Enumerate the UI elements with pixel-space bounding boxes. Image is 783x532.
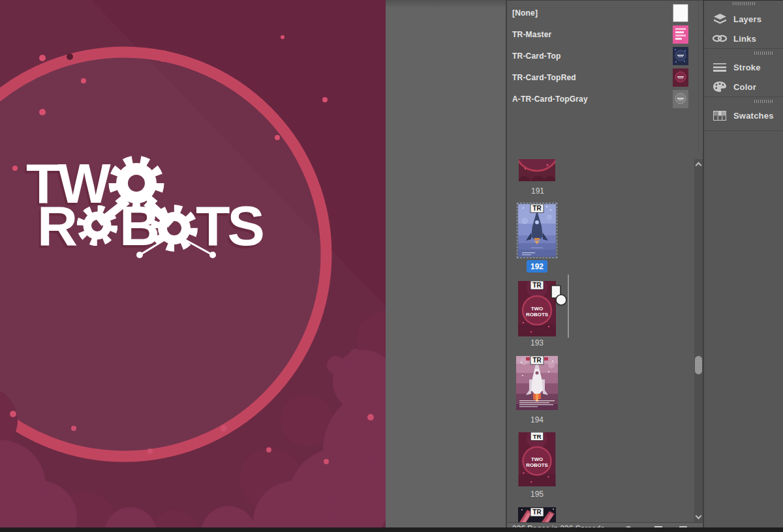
dock-group-separator: [704, 96, 783, 106]
page-thumb-196[interactable]: TR: [518, 507, 556, 522]
master-badge: TR: [532, 205, 542, 212]
logo-word2-ts: TS: [196, 194, 263, 257]
dock-tab-label: Swatches: [733, 111, 774, 121]
two-robots-artwork: TW R B TS: [0, 0, 386, 528]
master-row-tr-card-topred[interactable]: TR-Card-TopRed: [507, 66, 695, 88]
logo-word2-r: R: [37, 194, 78, 257]
masters-scroll-gutter: [698, 1, 699, 152]
page-thumb-194[interactable]: TR: [516, 356, 558, 410]
page-number-194[interactable]: 194: [518, 415, 556, 424]
master-row-tr-master[interactable]: TR-Master: [507, 23, 695, 45]
master-badge: TR: [532, 357, 542, 364]
page-number-195[interactable]: 195: [518, 490, 556, 499]
color-palette-icon: [713, 81, 727, 93]
master-label: [None]: [512, 8, 538, 18]
page-number-191[interactable]: 191: [519, 186, 557, 196]
thumb-logo-word1: TWO: [531, 456, 543, 462]
master-label: TR-Card-TopRed: [512, 73, 576, 82]
pasteboard[interactable]: [386, 0, 506, 528]
page-number-192-selected[interactable]: 192: [527, 260, 547, 273]
dock-group-separator: [704, 48, 783, 57]
thumb-logo-word2: ROBOTS: [526, 462, 547, 468]
pages-panel: [None] TR-Master TR-Card-Top: [506, 0, 703, 528]
thumb-logo-word2: ROBOTS: [526, 312, 549, 318]
window-bottom-edge: [0, 527, 783, 532]
dock-tab-layers[interactable]: Layers: [704, 9, 783, 29]
master-row-a-tr-card-topgray[interactable]: A-TR-Card-TopGray: [507, 88, 695, 110]
page-thumb-191[interactable]: [519, 159, 555, 181]
dock-tab-links[interactable]: Links: [704, 29, 783, 48]
dock-tab-color[interactable]: Color: [704, 77, 783, 96]
master-label: A-TR-Card-TopGray: [512, 95, 588, 104]
master-thumb-none: [673, 4, 688, 22]
indesign-workspace: TW R B TS: [0, 0, 783, 532]
page-number-193[interactable]: 193: [518, 338, 556, 347]
drag-page-cursor-icon: [550, 284, 568, 307]
master-thumb-tr-card-top: [673, 47, 688, 65]
dock-group-grip[interactable]: [754, 52, 774, 55]
master-badge: TR: [532, 509, 542, 516]
dock-tab-swatches[interactable]: Swatches: [704, 106, 783, 125]
dock-tab-label: Links: [733, 34, 756, 44]
thumb-logo-word1: TWO: [531, 306, 544, 312]
panel-dock: Layers Links: [703, 0, 783, 528]
master-thumb-a-tr-card-topgray: [673, 90, 688, 108]
scroll-down-arrow-icon[interactable]: [696, 513, 702, 520]
master-badge: TR: [532, 282, 542, 289]
stroke-icon: [713, 61, 727, 73]
master-thumb-tr-master: [673, 25, 688, 44]
layers-icon: [713, 13, 727, 25]
master-badge: TR: [533, 433, 542, 440]
master-row-none[interactable]: [None]: [507, 2, 695, 23]
swatches-icon: [713, 110, 727, 121]
dock-tab-label: Stroke: [733, 63, 761, 72]
dock-tab-label: Color: [733, 82, 756, 92]
pages-scrollbar[interactable]: [694, 159, 703, 522]
scrollbar-thumb[interactable]: [695, 356, 702, 374]
links-icon: [713, 33, 727, 44]
master-thumb-tr-card-topred: [673, 68, 688, 87]
dock-tab-stroke[interactable]: Stroke: [704, 57, 783, 77]
master-label: TR-Master: [512, 30, 551, 39]
dock-tab-label: Layers: [733, 14, 761, 24]
document-canvas[interactable]: TW R B TS: [0, 0, 386, 528]
page-thumb-192[interactable]: TR: [518, 204, 556, 257]
master-row-tr-card-top[interactable]: TR-Card-Top: [507, 45, 695, 66]
scroll-up-arrow-icon[interactable]: [696, 162, 702, 169]
logo-word2-b: B: [119, 194, 160, 257]
master-label: TR-Card-Top: [512, 52, 561, 61]
dock-group-grip[interactable]: [754, 100, 774, 103]
page-thumb-195[interactable]: TWO ROBOTS TR: [518, 432, 556, 486]
